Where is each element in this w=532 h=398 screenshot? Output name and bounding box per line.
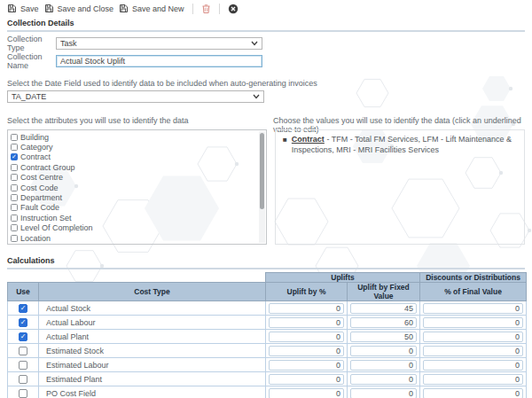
value-item-link[interactable]: Contract [292,135,325,144]
checkbox-unchecked-icon[interactable] [11,194,18,201]
uplift-pct-input-cell: 0 [266,386,348,398]
attribute-item-category[interactable]: Category [11,142,257,152]
calculations-table: Uplifts Discounts or Distributions Use C… [7,272,527,398]
use-checkbox-checked[interactable]: ✓ [19,318,27,327]
attribute-item-instruction-set[interactable]: Instruction Set [11,213,257,222]
uplift-pct-input[interactable]: 0 [269,317,344,328]
attribute-item-label: Instruction Set [20,214,72,222]
toolbar: Save Save and Close Save and New [0,0,532,16]
uplift-fixed-input[interactable]: 0 [350,388,417,398]
uplift-pct-input[interactable]: 0 [269,346,344,356]
uplift-fixed-input[interactable]: 0 [350,346,417,356]
bullet-icon: ■ [283,135,287,155]
floppy-save-icon [119,4,129,13]
chevron-down-icon [253,94,260,99]
attribute-item-label: Priority [20,244,45,245]
checkbox-unchecked-icon[interactable] [11,144,18,151]
checkbox-unchecked-icon[interactable] [11,134,18,141]
date-field-select[interactable]: TA_DATE [7,90,264,103]
uplift-pct-input[interactable]: 0 [269,374,344,385]
attributes-scrollbar[interactable] [259,131,265,243]
attribute-item-department[interactable]: Department [11,192,257,202]
uplift-fixed-input[interactable]: 45 [350,303,417,314]
column-header-use: Use [8,283,39,301]
checkbox-unchecked-icon[interactable] [11,164,18,171]
collection-name-label: Collection Name [7,52,56,70]
pct-final-input[interactable]: 0 [423,360,523,371]
attribute-item-building[interactable]: Building [11,132,257,142]
attribute-item-contract-group[interactable]: Contract Group [11,162,257,172]
save-and-new-button[interactable]: Save and New [119,4,184,13]
pct-final-input-cell: 0 [420,372,527,386]
value-item-text: Contract - TFM - Total FM Services, LFM … [292,135,517,155]
cancel-button[interactable] [228,4,239,14]
uplift-pct-input[interactable]: 0 [269,360,344,371]
pct-final-input[interactable]: 0 [423,317,523,328]
checkbox-unchecked-icon[interactable] [11,204,18,211]
uplift-pct-input[interactable]: 0 [269,303,344,314]
delete-button[interactable] [201,4,211,14]
chevron-down-icon [251,41,258,46]
save-button[interactable]: Save [7,4,39,13]
calculations-header: Calculations [7,256,525,269]
use-checkbox-unchecked[interactable] [19,361,27,370]
checkbox-unchecked-icon[interactable] [11,235,18,242]
pct-final-input[interactable]: 0 [423,332,523,342]
header-spacer [8,273,39,283]
attribute-item-cost-code[interactable]: Cost Code [11,183,257,192]
pct-final-input[interactable]: 0 [423,374,523,385]
uplift-fixed-input[interactable]: 0 [350,374,417,385]
use-cell [8,372,39,386]
attribute-item-label: Contract Group [20,163,75,172]
checkbox-unchecked-icon[interactable] [11,215,18,222]
collection-name-input[interactable]: Actual Stock Uplift [56,55,262,67]
uplift-fixed-input[interactable]: 50 [350,332,417,342]
use-checkbox-checked[interactable]: ✓ [19,332,27,341]
pct-final-input[interactable]: 0 [423,346,523,356]
values-label: Choose the values you will use to identi… [273,116,525,126]
uplift-pct-input[interactable]: 0 [269,388,344,398]
pct-final-input[interactable]: 0 [423,388,523,398]
discounts-group-header: Discounts or Distributions [420,273,527,283]
cost-type-cell: PO Cost Field [39,386,266,398]
attributes-scrollbar-thumb[interactable] [260,133,264,209]
uplift-pct-input-cell: 0 [266,358,348,372]
collection-type-select[interactable]: Task [56,37,262,50]
use-checkbox-unchecked[interactable] [19,389,27,398]
uplift-pct-input-cell: 0 [266,301,348,316]
checkbox-unchecked-icon[interactable] [11,174,18,181]
cost-type-cell: Actual Plant [39,330,266,344]
cost-type-cell: Estimated Plant [39,372,266,386]
calc-row-estimated-labour: Estimated Labour000 [8,358,527,372]
column-header-uplift-pct: Uplift by % [266,283,348,301]
save-and-close-button[interactable]: Save and Close [44,4,114,13]
use-checkbox-unchecked[interactable] [19,347,27,355]
pct-final-input-cell: 0 [420,386,527,398]
calc-row-estimated-plant: Estimated Plant000 [8,372,527,386]
attribute-item-label: Level Of Completion [20,223,93,232]
column-header-cost-type: Cost Type [39,283,266,301]
attribute-item-fault-code[interactable]: Fault Code [11,203,257,213]
uplift-fixed-input[interactable]: 60 [350,317,417,328]
save-and-close-button-label: Save and Close [58,4,114,13]
checkbox-checked-icon[interactable]: ✓ [11,153,18,160]
attribute-item-level-of-completion[interactable]: Level Of Completion [11,223,257,233]
collection-details-header: Collection Details [7,19,525,32]
checkbox-unchecked-icon[interactable] [11,224,18,231]
cost-type-cell: Actual Stock [39,301,266,316]
checkbox-unchecked-icon[interactable] [11,184,18,191]
attribute-item-contract[interactable]: ✓Contract [11,152,257,162]
attribute-item-cost-centre[interactable]: Cost Centre [11,173,257,183]
uplift-pct-input-cell: 0 [266,344,348,358]
attribute-item-location[interactable]: Location [11,233,257,243]
pct-final-input-cell: 0 [420,316,527,330]
toolbar-separator [192,4,193,14]
toolbar-separator [219,4,220,14]
uplift-pct-input[interactable]: 0 [269,332,344,342]
attribute-item-priority[interactable]: Priority [11,243,257,245]
pct-final-input[interactable]: 0 [423,303,523,314]
cancel-circle-icon [228,4,239,14]
use-checkbox-unchecked[interactable] [19,375,27,384]
uplift-fixed-input[interactable]: 0 [350,360,417,371]
use-checkbox-checked[interactable]: ✓ [19,304,27,313]
